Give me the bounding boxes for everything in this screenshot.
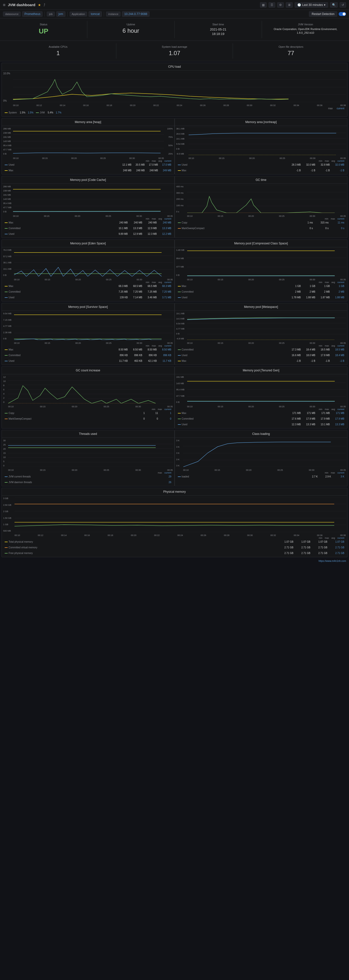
pm-free-row: Free physical memory 2.71 GB 2.71 GB 2.7…: [5, 552, 344, 554]
datasource-label: datasource: [3, 11, 21, 16]
metaspace-body: 19.1 MB14.3 MB9.54 MB4.77 MB0 B-4.8 MB 0…: [175, 311, 347, 365]
datasource-select[interactable]: Prometheus: [22, 11, 43, 17]
cl-legend: loaded 2.7 K 2.9 K 3 K: [176, 474, 346, 479]
physical-memory-panel: Physical memory 3 GB2.50 GB2 GB1.50 GB1 …: [2, 488, 347, 557]
gct-chart-svg: [187, 185, 346, 213]
cpu-legend-header: maxcurrent: [3, 107, 346, 110]
metaspace-title: Memory pool [Metaspace]: [175, 303, 347, 311]
gc-time-body: 400 ms300 ms200 ms100 ms0 s 00:1000:1500…: [175, 184, 347, 232]
gct-msweep-row: MarkSweepCompact 0 s 0 s 0 s: [178, 227, 344, 230]
cl-col-headers: minmaxcurrent: [176, 471, 346, 474]
cc-max-row: Max 240 MB 240 MB 240 MB 240 MB: [5, 221, 171, 224]
nh-used-max: 32.0 MB: [302, 164, 315, 166]
pm-legend: Total physical memory 1.07 GB 1.07 GB 1.…: [3, 539, 346, 555]
status-label: Status: [5, 23, 82, 26]
restart-toggle[interactable]: [339, 12, 346, 16]
surv-max-row: Max 8.50 MB 8.50 MB 8.50 MB 8.50 MB: [5, 348, 171, 351]
load-value: 1.07: [121, 50, 227, 57]
thr-x-axis: 00:1000:1500:2000:2500:3000:35: [8, 469, 173, 471]
cpu-load-title: CPU load: [2, 63, 347, 71]
pm-x-axis: 00:1000:1200:1400:1600:1800:2000:2200:24…: [14, 534, 346, 536]
bar-chart-icon[interactable]: ▦: [260, 2, 267, 8]
uptime-label: Uptime: [92, 23, 170, 26]
nh-max-avg: -1 B: [316, 169, 330, 172]
cpu-load-panel: CPU load 10.0% 0% 00:1000:1200:1400:1600…: [2, 63, 347, 117]
meta-legend: Committed 17.3 MB 18.4 MB 18.5 MB 18.5 M…: [176, 347, 346, 363]
restart-detection-button[interactable]: Restart Detection: [309, 11, 337, 17]
thr-chart-svg: [8, 439, 173, 467]
dashboard-title: JVM dashboard: [8, 3, 35, 7]
gc-count-title: GC count increase: [2, 367, 174, 374]
nonheap-legend: Used 28.3 MB 32.0 MB 32.8 MB 32.0 MB Max…: [176, 162, 346, 173]
table-icon[interactable]: ☰: [268, 2, 275, 8]
monitor-icon[interactable]: 🖥: [286, 2, 293, 8]
surv-y-axis: 9.54 MB7.15 MB4.77 MB2.38 MB0 B: [3, 312, 14, 340]
fd-value: 77: [238, 50, 344, 57]
application-label: Application: [70, 11, 87, 16]
heap-used-current: 17.0 MB: [159, 164, 171, 166]
memory-row-3: Memory pool [Eden Space] 76.3 MB57.2 MB3…: [2, 239, 347, 301]
heap-y-right: 100%75%50%25%: [164, 127, 173, 155]
heap-x-axis: 00:1000:1500:2000:2500:3000:35: [13, 157, 164, 159]
stat-start-time: Start time 2021-05-2118:18:19: [174, 21, 262, 38]
class-loading-title: Class loading: [175, 430, 347, 438]
star-icon[interactable]: ★: [38, 3, 41, 7]
share-icon[interactable]: ⤴: [44, 3, 45, 7]
cl-chart-svg: [183, 439, 346, 467]
gear-icon[interactable]: ⚙: [277, 2, 284, 8]
gct-legend: Copy 1 ms 315 ms 11 ms MarkSweepCompact …: [176, 220, 346, 231]
jvm-label: JVM: [40, 111, 45, 114]
y-max-cpu: 10.0%: [3, 72, 10, 75]
eden-max-row: Max 68.3 MB 68.5 MB 68.5 MB 68.3 MB: [5, 285, 171, 288]
gcc-chart-svg: [8, 376, 173, 403]
memory-nonheap-body: 38.1 MB28.6 MB19.1 MB9.54 MB0 B-9.5 MB 0…: [175, 126, 347, 174]
time-range-button[interactable]: 🕐 Last 30 minutes ▾: [295, 2, 328, 8]
ten-used-row: Used 12.3 MB 13.3 MB 13.1 MB 13.3 MB: [178, 423, 344, 426]
pm-total-row: Total physical memory 1.07 GB 1.07 GB 1.…: [5, 541, 344, 543]
heap-max-current: 249 MB: [159, 169, 171, 172]
cl-x-axis: 00:1000:1500:2000:2500:3000:35: [183, 469, 346, 471]
class-loading-body: 3 K3 K3 K3 K3 K 00:1000:1500:2000:2500:3…: [175, 438, 347, 480]
search-icon[interactable]: 🔍: [330, 2, 338, 8]
jvm-version-value: Oracle Corporation, OpenJDK Runtime Envi…: [267, 27, 344, 35]
survivor-title: Memory pool [Survivor Space]: [2, 303, 174, 311]
thr-legend: JVM current threads 29 JVM daemon thread…: [3, 474, 173, 485]
tenured-panel: Memory pool [Tenured Gen] 191 MB143 MB95…: [174, 366, 348, 428]
heap-chart-svg: [13, 127, 164, 155]
stat-load: System load average 1.07: [116, 43, 233, 59]
surv-committed-row: Committed 896 KB 896 KB 896 KB 896 KB: [5, 354, 171, 356]
nh-used-dot: [178, 165, 181, 165]
comp-committed-row: Committed 2 MB 2 MB 2 MB 2 MB: [178, 290, 344, 293]
gc-count-body: 121086420 00:1000:1500:2000:2500:: [2, 374, 174, 423]
memory-nonheap-panel: Memory area [nonheap] 38.1 MB28.6 MB19.1…: [174, 118, 348, 175]
jvm-current: 1.7%: [56, 111, 62, 114]
stat-fd: Open file descriptors 77: [233, 43, 349, 59]
nonheap-col-headers: minmaxavgcurrent: [176, 159, 346, 162]
gct-y-axis: 400 ms300 ms200 ms100 ms0 s: [176, 185, 187, 213]
gcc-legend: Copy 1 11 1 MarkSweepCompact 0 0 0: [3, 411, 173, 421]
thr-current-row: JVM current threads 29: [5, 475, 171, 478]
gcc-copy-row: Copy 1 11 1: [5, 412, 171, 414]
instance-select[interactable]: 10.244.0.77:9088: [122, 11, 149, 17]
refresh-icon[interactable]: ↺: [339, 2, 346, 8]
thr-col-headers: maxcurrent: [3, 471, 173, 474]
divider-3: [104, 11, 104, 16]
fd-label: Open file descriptors: [238, 45, 344, 48]
ten-max-row: Max 171 MB 171 MB 171 MB 171 MB: [178, 412, 344, 414]
gct-copy-row: Copy 1 ms 315 ms 11 ms: [178, 221, 344, 224]
eden-y-axis: 76.3 MB57.2 MB38.1 MB19.1 MB0 B: [3, 249, 14, 276]
application-select[interactable]: tomcat: [89, 11, 102, 17]
comp-x-axis: 00:1000:1500:2000:2500:3000:35: [187, 278, 346, 281]
nonheap-x-axis: 00:1000:1500:2000:2500:3000:35: [189, 157, 346, 159]
gct-col-headers: minmaxcurrent: [176, 217, 346, 220]
eden-committed-row: Committed 7.25 MB 7.25 MB 7.25 MB 7.25 M…: [5, 290, 171, 293]
ten-col-headers: minmaxavgcurrent: [176, 408, 346, 411]
job-select[interactable]: jvm: [56, 11, 65, 17]
heap-col-headers: minmaxavgcurrent: [3, 159, 173, 162]
memory-nonheap-title: Memory area [nonheap]: [175, 118, 347, 126]
top-bar-left: ⊞ JVM dashboard ★ ⤴: [3, 3, 45, 7]
code-cache-body: 286 MB238 MB191 MB143 MB95.4 MB47.7 MB0 …: [2, 184, 174, 238]
thr-y-axis: 302520151050: [3, 439, 8, 467]
cpus-label: Available CPUs: [5, 45, 111, 48]
y-min-cpu: 0%: [3, 99, 6, 102]
